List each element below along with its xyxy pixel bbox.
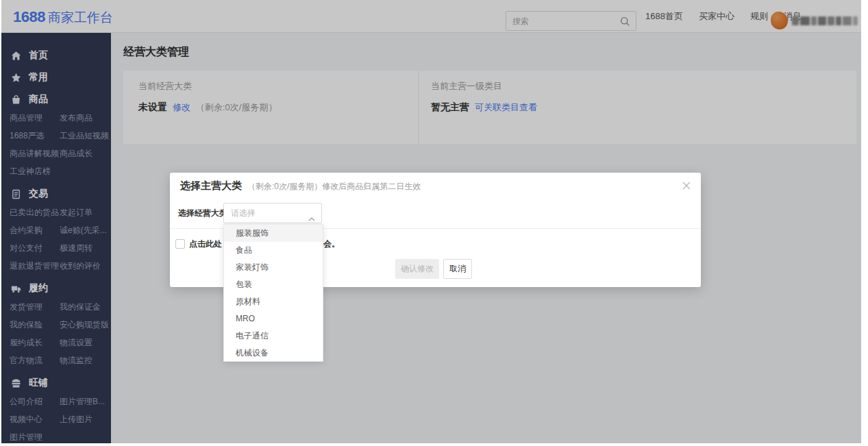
select-placeholder: 请选择: [231, 203, 256, 223]
dropdown-option[interactable]: MRO: [224, 310, 323, 327]
dropdown-option[interactable]: 家装灯饰: [224, 259, 323, 276]
app-window: 1688商家工作台 1688首页买家中心规则消息 首页常用商品商品管理发布商品1…: [1, 0, 861, 443]
business-category-select[interactable]: 请选择: [223, 203, 322, 223]
chevron-up-icon: [308, 212, 315, 224]
checkbox-text-end: 会。: [323, 237, 340, 251]
confirm-modify-button[interactable]: 确认修改: [395, 259, 439, 279]
category-dropdown: 服装服饰食品家装灯饰包装原材料MRO电子通信机械设备: [223, 224, 323, 362]
cancel-button[interactable]: 取消: [443, 259, 472, 279]
dropdown-option[interactable]: 包装: [224, 276, 323, 293]
modal-subtitle: （剩余:0次/服务期）修改后商品归属第二日生效: [247, 181, 421, 193]
dropdown-option[interactable]: 电子通信: [224, 327, 323, 345]
field-label: 选择经营大类: [178, 203, 227, 223]
dropdown-option[interactable]: 原材料: [224, 293, 323, 310]
agreement-checkbox[interactable]: [175, 239, 185, 249]
close-icon[interactable]: [682, 181, 691, 190]
dropdown-option[interactable]: 食品: [224, 242, 323, 259]
modal-title: 选择主营大类: [180, 179, 242, 193]
dropdown-option[interactable]: 机械设备: [224, 345, 323, 362]
dropdown-option[interactable]: 服装服饰: [224, 225, 323, 242]
